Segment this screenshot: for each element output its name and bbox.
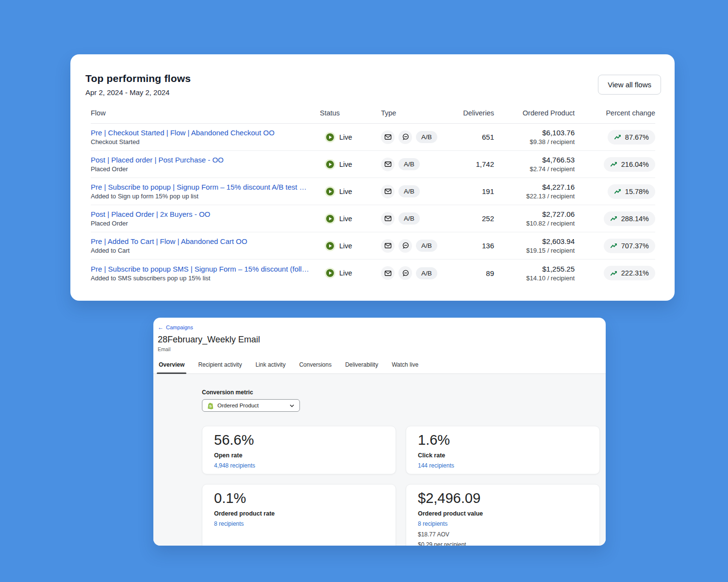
ab-test-badge: A/B xyxy=(398,158,420,170)
flow-table-row: Pre | Subscribe to popup | Signup Form –… xyxy=(91,178,655,205)
flow-name-link[interactable]: Pre | Checkout Started | Flow | Abandone… xyxy=(91,129,320,137)
flow-table-row: Pre | Added To Cart | Flow | Abandoned C… xyxy=(91,232,655,259)
percent-change-value: 707.37% xyxy=(621,242,649,250)
flow-table-row: Post | Placed Order | 2x Buyers - OO Pla… xyxy=(91,205,655,232)
status-label: Live xyxy=(339,133,352,141)
percent-change-cell: 87.67% xyxy=(575,130,655,145)
metric-label: Open rate xyxy=(214,452,384,459)
column-header-deliveries: Deliveries xyxy=(444,109,494,123)
percent-change-cell: 216.04% xyxy=(575,157,655,172)
column-header-flow: Flow xyxy=(91,109,320,123)
email-icon xyxy=(381,158,395,171)
flow-cell: Pre | Subscribe to popup SMS | Signup Fo… xyxy=(91,265,320,282)
trending-up-icon xyxy=(614,133,621,141)
recipients-link[interactable]: 144 recipients xyxy=(418,462,454,469)
ab-test-badge: A/B xyxy=(398,185,420,197)
percent-change-cell: 707.37% xyxy=(575,239,655,253)
percent-change-cell: 15.78% xyxy=(575,184,655,199)
column-header-status: Status xyxy=(320,109,381,123)
metric-label: Ordered product value xyxy=(418,510,588,517)
sms-icon xyxy=(398,130,412,144)
percent-change-cell: 222.31% xyxy=(575,266,655,280)
view-all-flows-button[interactable]: View all flows xyxy=(598,75,661,95)
column-header-percent-change: Percent change xyxy=(575,109,655,123)
percent-change-value: 216.04% xyxy=(621,161,649,168)
flow-name-link[interactable]: Post | Placed order | Post Purchase - OO xyxy=(91,156,320,164)
status-cell: Live xyxy=(320,161,381,168)
flow-name-link[interactable]: Pre | Subscribe to popup | Signup Form –… xyxy=(91,183,320,191)
percent-change-value: 222.31% xyxy=(621,269,649,277)
live-status-icon xyxy=(326,133,334,141)
recipients-link[interactable]: 8 recipients xyxy=(214,520,244,527)
tab-recipient-activity[interactable]: Recipient activity xyxy=(197,357,243,373)
tab-conversions[interactable]: Conversions xyxy=(298,357,332,373)
metric-value: 56.6% xyxy=(214,432,384,448)
status-cell: Live xyxy=(320,242,381,250)
type-cell: A/B xyxy=(381,212,444,226)
tab-link-activity[interactable]: Link activity xyxy=(254,357,286,373)
ab-test-badge: A/B xyxy=(398,212,420,225)
trending-up-icon xyxy=(610,161,617,168)
conversion-metric-value: Ordered Product xyxy=(217,403,259,408)
campaign-overview-body: Conversion metric S Ordered Product 56.6… xyxy=(153,374,606,546)
ordered-product-per-recipient: $9.38 / recipient xyxy=(494,138,575,146)
type-cell: A/B xyxy=(381,130,444,144)
email-icon xyxy=(381,212,395,226)
flows-card-header: Top performing flows Apr 2, 2024 - May 2… xyxy=(70,54,675,97)
campaign-title: 28February_Weekly Email xyxy=(158,335,601,345)
metric-label: Ordered product rate xyxy=(214,510,384,517)
flow-name-link[interactable]: Pre | Added To Cart | Flow | Abandoned C… xyxy=(91,237,320,245)
status-cell: Live xyxy=(320,269,381,277)
ordered-product-cell: $4,227.16 $22.13 / recipient xyxy=(494,183,575,200)
conversion-metric-select[interactable]: S Ordered Product xyxy=(202,399,300,412)
percent-change-badge: 216.04% xyxy=(604,157,655,172)
email-icon xyxy=(381,239,395,253)
flow-name-link[interactable]: Post | Placed Order | 2x Buyers - OO xyxy=(91,210,320,218)
top-performing-flows-card: Top performing flows Apr 2, 2024 - May 2… xyxy=(70,54,675,301)
deliveries-value: 651 xyxy=(444,133,494,141)
ordered-product-value: $6,103.76 xyxy=(494,129,575,137)
trending-up-icon xyxy=(610,270,617,277)
email-icon xyxy=(381,266,395,280)
ordered-product-value: $4,766.53 xyxy=(494,156,575,164)
flows-table: Flow Status Type Deliveries Ordered Prod… xyxy=(91,109,655,287)
recipients-link[interactable]: 4,948 recipients xyxy=(214,462,255,469)
ordered-product-cell: $6,103.76 $9.38 / recipient xyxy=(494,129,575,146)
sms-icon xyxy=(398,266,412,280)
campaign-tab-bar: OverviewRecipient activityLink activityC… xyxy=(153,357,606,374)
flow-cell: Post | Placed order | Post Purchase - OO… xyxy=(91,156,320,173)
ordered-product-per-recipient: $2.74 / recipient xyxy=(494,165,575,173)
shopify-bag-icon: S xyxy=(207,402,214,409)
metric-extra-line: $18.77 AOV xyxy=(418,531,588,538)
trending-up-icon xyxy=(610,215,617,222)
flow-trigger-label: Checkout Started xyxy=(91,138,320,146)
back-to-campaigns-link[interactable]: ← Campaigns xyxy=(158,324,193,330)
deliveries-value: 191 xyxy=(444,187,494,195)
percent-change-badge: 15.78% xyxy=(608,184,655,199)
live-status-icon xyxy=(326,215,334,223)
email-icon xyxy=(381,185,395,198)
percent-change-value: 87.67% xyxy=(625,133,649,141)
tab-watch-live[interactable]: Watch live xyxy=(391,357,419,373)
status-label: Live xyxy=(339,215,352,223)
metric-label: Click rate xyxy=(418,452,588,459)
flow-name-link[interactable]: Pre | Subscribe to popup SMS | Signup Fo… xyxy=(91,265,320,273)
column-header-type: Type xyxy=(381,109,444,123)
percent-change-badge: 288.14% xyxy=(604,211,655,226)
trending-up-icon xyxy=(614,188,621,195)
column-header-ordered-product: Ordered Product xyxy=(494,109,575,123)
tab-overview[interactable]: Overview xyxy=(158,357,185,373)
metric-card: 0.1% Ordered product rate 8 recipients xyxy=(202,484,396,546)
percent-change-cell: 288.14% xyxy=(575,211,655,226)
conversion-metric-label: Conversion metric xyxy=(202,389,601,396)
percent-change-badge: 707.37% xyxy=(604,239,655,253)
flow-cell: Post | Placed Order | 2x Buyers - OO Pla… xyxy=(91,210,320,227)
ordered-product-per-recipient: $14.10 / recipient xyxy=(494,275,575,282)
flow-table-row: Pre | Subscribe to popup SMS | Signup Fo… xyxy=(91,259,655,287)
ordered-product-per-recipient: $22.13 / recipient xyxy=(494,193,575,200)
recipients-link[interactable]: 8 recipients xyxy=(418,520,447,527)
deliveries-value: 252 xyxy=(444,214,494,223)
ordered-product-cell: $4,766.53 $2.74 / recipient xyxy=(494,156,575,173)
ordered-product-cell: $2,603.94 $19.15 / recipient xyxy=(494,237,575,254)
tab-deliverability[interactable]: Deliverability xyxy=(344,357,379,373)
